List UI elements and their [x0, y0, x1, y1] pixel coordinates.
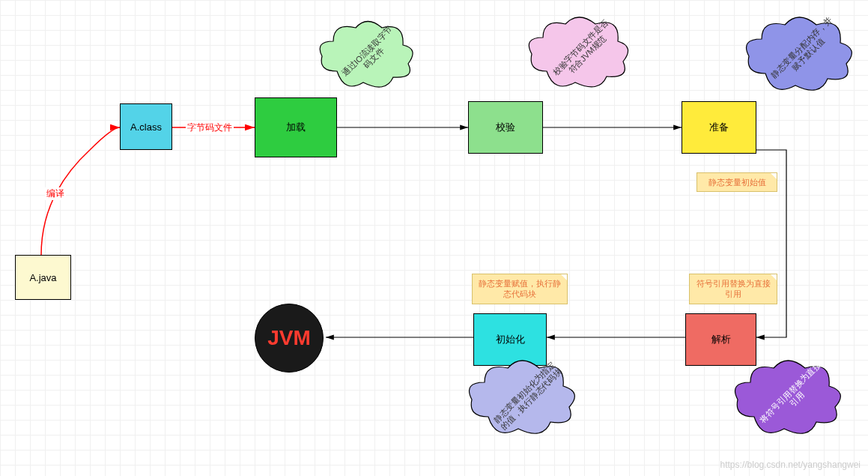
note-init: 静态变量赋值，执行静态代码块: [472, 274, 568, 304]
label: JVM: [267, 326, 311, 350]
label: 加载: [286, 121, 306, 134]
label: 校验: [496, 121, 515, 134]
edge-label-bytecode: 字节码文件: [186, 121, 234, 134]
cloud-verify-icon: [524, 15, 637, 101]
label: A.java: [29, 272, 56, 283]
note-resolve: 符号引用替换为直接引用: [689, 274, 777, 304]
label: A.class: [130, 121, 162, 133]
cloud-resolve-icon: [730, 358, 850, 448]
node-aclass: A.class: [120, 103, 172, 150]
label: 初始化: [496, 333, 525, 346]
cloud-loading-icon: [315, 19, 419, 101]
label: 解析: [711, 333, 731, 346]
cloud-prepare-icon: [741, 15, 861, 105]
label: 准备: [709, 121, 729, 134]
node-loading: 加载: [255, 97, 337, 157]
node-verify: 校验: [468, 101, 543, 154]
watermark: https://blog.csdn.net/yangshangwei: [720, 460, 861, 470]
node-prepare: 准备: [682, 101, 756, 154]
edge-label-compile: 编译: [45, 187, 66, 200]
node-ajava: A.java: [15, 255, 71, 300]
note-prepare: 静态变量初始值: [696, 172, 777, 192]
node-jvm: JVM: [255, 304, 324, 373]
cloud-init-icon: [464, 358, 584, 448]
